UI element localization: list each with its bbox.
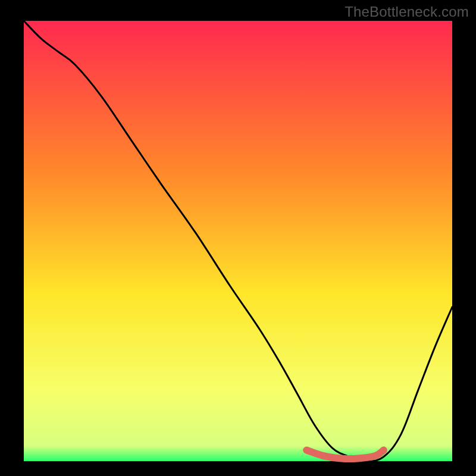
watermark-text: TheBottleneck.com	[345, 4, 469, 20]
bottleneck-chart	[0, 0, 476, 476]
gradient-plot-area	[24, 21, 452, 461]
